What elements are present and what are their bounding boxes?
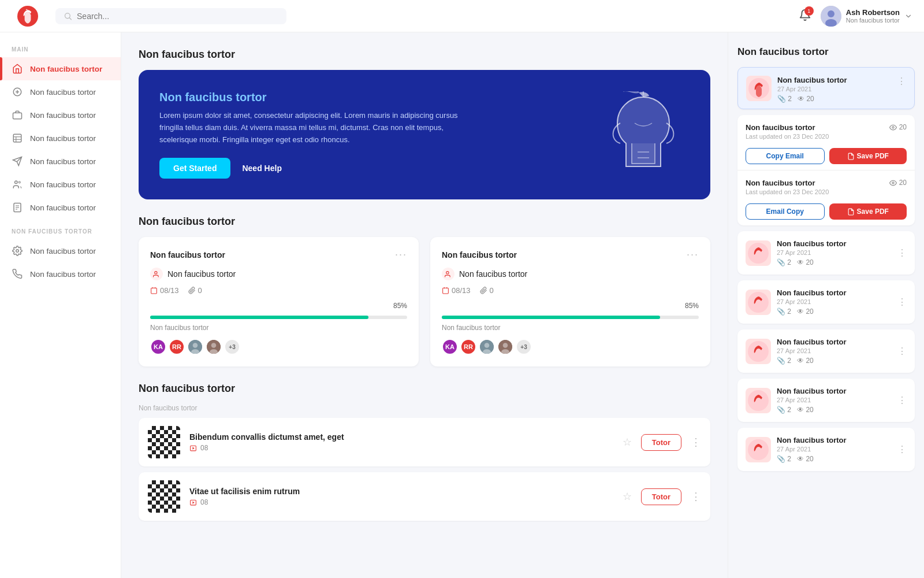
svg-point-39 xyxy=(483,349,491,354)
sidebar-item-send[interactable]: Non faucibus tortor xyxy=(0,150,121,173)
rp-simple-1-dots[interactable]: ⋮ xyxy=(897,247,907,258)
star-icon-2[interactable]: ☆ xyxy=(623,490,632,503)
save-pdf-button-1[interactable]: Save PDF xyxy=(829,148,907,164)
rp-card-1-meta: 📎 2 👁 20 xyxy=(777,95,891,103)
home-icon xyxy=(12,63,23,75)
rp-card-1-clips: 📎 2 xyxy=(777,95,792,103)
card-2: Non faucibus tortor ··· Non faucibus tor… xyxy=(430,237,710,366)
email-copy-button[interactable]: Email Copy xyxy=(746,203,825,220)
rp-simple-info-1: Non faucibus tortor 27 Apr 2021 📎 2 👁 20 xyxy=(777,239,892,266)
svg-point-16 xyxy=(15,181,18,184)
rp-card-2-title: Non faucibus tortor xyxy=(746,123,884,132)
rp-simple-3-title: Non faucibus tortor xyxy=(777,338,892,346)
pdf-icon xyxy=(847,153,855,160)
rp-simple-2-dots[interactable]: ⋮ xyxy=(897,297,907,307)
list-item-2-meta-val: 08 xyxy=(200,498,208,506)
rp-card-2-info: Non faucibus tortor Last updated on 23 D… xyxy=(746,123,884,142)
card-1-menu[interactable]: ··· xyxy=(395,249,407,261)
section3-title: Non faucibus tortor xyxy=(139,383,710,395)
rp-simple-card-2: Non faucibus tortor 27 Apr 2021 📎 2 👁 20… xyxy=(737,280,915,324)
copy-email-button-1[interactable]: Copy Email xyxy=(746,148,825,164)
rp-card-2-views: 20 xyxy=(889,123,907,131)
sidebar-item-phone-label: Non faucibus tortor xyxy=(30,270,96,279)
rp-simple-5-dots[interactable]: ⋮ xyxy=(897,444,907,455)
list-item-2-btn[interactable]: Totor xyxy=(641,488,681,505)
list-item-2: Vitae ut facilisis enim rutrum 08 ☆ Toto… xyxy=(139,472,710,521)
sidebar-item-settings[interactable]: Non faucibus tortor xyxy=(0,239,121,262)
sidebar-item-add[interactable]: Non faucibus tortor xyxy=(0,80,121,103)
card-1-subtitle: Non faucibus tortor xyxy=(167,269,236,279)
notifications-bell[interactable]: 1 xyxy=(799,9,811,23)
svg-point-1 xyxy=(65,13,70,18)
rp-card-1-dots[interactable]: ⋮ xyxy=(897,76,906,87)
card-1-title: Non faucibus tortor xyxy=(150,250,225,260)
sidebar-item-home[interactable]: Non faucibus tortor xyxy=(0,57,121,80)
rp-simple-4-title: Non faucibus tortor xyxy=(777,387,892,395)
rp-card-3-info: Non faucibus tortor Last updated on 23 D… xyxy=(746,179,884,198)
rp-card-3-title: Non faucibus tortor xyxy=(746,179,884,187)
sidebar: MAIN Non faucibus tortor Non faucibus to… xyxy=(0,32,121,578)
card-1-progress-bg xyxy=(150,316,407,319)
rp-card-3-last-updated: Last updated on 23 Dec 2020 xyxy=(746,188,884,195)
sidebar-item-doc[interactable]: Non faucibus tortor xyxy=(0,196,121,219)
user-name: Ash Robertson xyxy=(846,8,900,17)
search-bar[interactable] xyxy=(55,8,286,24)
rp-card-1-views: 👁 20 xyxy=(798,95,814,103)
rp-simple-card-4: Non faucibus tortor 27 Apr 2021 📎 2 👁 20… xyxy=(737,379,915,422)
card-1-clips: 0 xyxy=(188,286,202,295)
card-1-tag: Non faucibus tortor xyxy=(150,324,407,332)
svg-point-51 xyxy=(748,292,769,313)
rp-simple-4-dots[interactable]: ⋮ xyxy=(897,395,907,406)
svg-point-50 xyxy=(748,243,769,264)
save-pdf-button-2[interactable]: Save PDF xyxy=(829,203,907,220)
search-input[interactable] xyxy=(77,12,278,21)
cards-row: Non faucibus tortor ··· Non faucibus tor… xyxy=(139,237,710,366)
card-1-date: 08/13 xyxy=(150,286,179,295)
doc-icon xyxy=(12,202,23,213)
avatar-ka: KA xyxy=(150,339,166,355)
svg-point-49 xyxy=(892,181,894,183)
sidebar-item-briefcase-label: Non faucibus tortor xyxy=(30,111,96,120)
pdf-icon-2 xyxy=(847,208,855,216)
avatar2-more: +3 xyxy=(516,339,532,355)
card-2-title: Non faucibus tortor xyxy=(442,250,517,260)
card-1-avatars: KA RR +3 xyxy=(150,339,407,355)
rp-card-3-views: 20 xyxy=(889,179,907,187)
card-2-clips: 0 xyxy=(480,286,494,295)
star-icon-1[interactable]: ☆ xyxy=(623,436,632,449)
sidebar-item-people[interactable]: Non faucibus tortor xyxy=(0,173,121,196)
sidebar-item-table-label: Non faucibus tortor xyxy=(30,134,96,143)
play-icon-2 xyxy=(189,499,197,506)
user-area[interactable]: Ash Robertson Non faucibus tortor xyxy=(821,6,912,27)
sidebar-main-label: MAIN xyxy=(0,46,121,57)
avatar xyxy=(821,6,841,27)
rp-card-2-header: Non faucibus tortor Last updated on 23 D… xyxy=(746,123,907,142)
table-icon xyxy=(12,132,23,144)
need-help-button[interactable]: Need Help xyxy=(242,164,281,173)
svg-point-28 xyxy=(193,343,198,348)
list-item-2-title: Vitae ut facilisis enim rutrum xyxy=(189,487,613,496)
list-item-2-dots[interactable]: ⋮ xyxy=(691,490,701,503)
rp-card-2-actions: Copy Email Save PDF xyxy=(746,148,907,164)
rp-simple-5-date: 27 Apr 2021 xyxy=(777,446,892,453)
svg-point-54 xyxy=(748,439,769,460)
phone-icon xyxy=(12,268,23,280)
list-thumb-1 xyxy=(148,426,180,458)
get-started-button[interactable]: Get Started xyxy=(159,158,230,179)
user-info: Ash Robertson Non faucibus tortor xyxy=(846,8,900,24)
svg-point-17 xyxy=(18,181,20,183)
card-2-subtitle-row: Non faucibus tortor xyxy=(442,268,699,280)
hero-text: Non faucibus tortor Lorem ipsum dolor si… xyxy=(159,91,597,178)
rp-simple-3-dots[interactable]: ⋮ xyxy=(897,346,907,357)
sidebar-item-table[interactable]: Non faucibus tortor xyxy=(0,127,121,150)
list-item-1-btn[interactable]: Totor xyxy=(641,434,681,451)
rp-simple-thumb-5 xyxy=(746,437,771,462)
topnav: 1 Ash Robertson Non faucibus tortor xyxy=(0,0,924,32)
rp-simple-1-meta: 📎 2 👁 20 xyxy=(777,258,892,266)
card-2-menu[interactable]: ··· xyxy=(687,249,699,261)
sidebar-item-briefcase[interactable]: Non faucibus tortor xyxy=(0,103,121,127)
rp-card-3: Non faucibus tortor Last updated on 23 D… xyxy=(737,170,915,225)
list-item-1-dots[interactable]: ⋮ xyxy=(691,436,701,449)
sidebar-item-phone[interactable]: Non faucibus tortor xyxy=(0,262,121,286)
plus-circle-icon xyxy=(12,86,23,98)
